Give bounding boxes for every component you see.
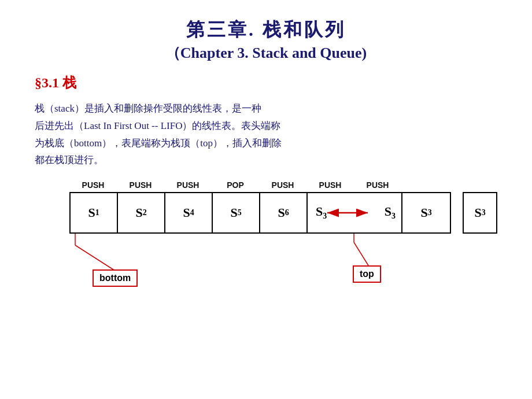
- label-push-2: PUSH: [117, 180, 164, 190]
- diagram-area: PUSH PUSH PUSH POP PUSH PUSH PUSH S1 S2: [35, 180, 497, 286]
- label-push-5: PUSH: [306, 180, 354, 190]
- cell-s1: S1: [71, 193, 118, 232]
- title-chinese: 第三章. 栈和队列: [35, 17, 497, 43]
- body-line3: 为栈底（bottom），表尾端称为栈顶（top），插入和删除: [35, 138, 282, 149]
- svg-line-4: [75, 245, 119, 273]
- body-line2: 后进先出（Last In First Out -- LIFO）的线性表。表头端称: [35, 120, 280, 131]
- page: 第三章. 栈和队列 （Chapter 3. Stack and Queue) §…: [0, 0, 532, 399]
- bottom-labels-area: bottom top: [69, 234, 497, 286]
- red-arrow-svg: [325, 204, 372, 221]
- bottom-label-text: bottom: [99, 273, 131, 283]
- label-push-6: PUSH: [354, 180, 401, 190]
- cell-s4: S4: [165, 193, 213, 232]
- body-line1: 栈（stack）是插入和删除操作受限的线性表，是一种: [35, 103, 261, 114]
- title-english: （Chapter 3. Stack and Queue): [35, 43, 497, 63]
- top-label-box: top: [353, 265, 381, 283]
- cell-s2: S2: [118, 193, 165, 232]
- section-heading: §3.1 栈: [35, 73, 497, 92]
- cell-s3-right: S3: [385, 204, 396, 221]
- cell-s5: S5: [213, 193, 260, 232]
- label-push-4: PUSH: [259, 180, 306, 190]
- standalone-s3: S3: [463, 192, 497, 234]
- cell-s3-pair: S3: [308, 193, 402, 232]
- body-text: 栈（stack）是插入和删除操作受限的线性表，是一种 后进先出（Last In …: [35, 100, 497, 169]
- label-push-3: PUSH: [164, 180, 212, 190]
- push-labels-row: PUSH PUSH PUSH POP PUSH PUSH PUSH: [69, 180, 497, 190]
- bottom-label-box: bottom: [93, 269, 138, 287]
- body-line4: 都在栈顶进行。: [35, 154, 104, 165]
- svg-line-6: [354, 242, 370, 268]
- cell-s6: S6: [260, 193, 308, 232]
- cell-s3-last: S3: [402, 193, 450, 232]
- title-block: 第三章. 栈和队列 （Chapter 3. Stack and Queue): [35, 17, 497, 63]
- label-push-1: PUSH: [69, 180, 117, 190]
- top-label-text: top: [360, 269, 374, 279]
- label-pop-1: POP: [212, 180, 259, 190]
- stack-main: S1 S2 S4 S5 S6: [69, 192, 451, 234]
